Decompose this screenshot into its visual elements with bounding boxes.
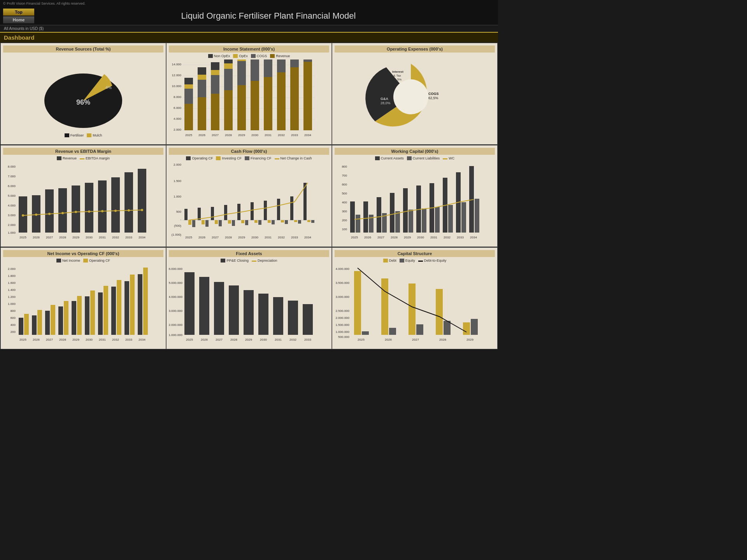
svg-rect-126 — [268, 220, 271, 223]
svg-rect-174 — [435, 207, 440, 233]
svg-rect-244 — [258, 294, 268, 335]
svg-rect-162 — [403, 188, 408, 233]
fixed-assets-panel: Fixed Assets PP&E Closing Depreciation 6… — [167, 248, 331, 349]
top-button[interactable]: Top — [3, 9, 34, 16]
svg-rect-20 — [184, 78, 193, 84]
svg-rect-158 — [350, 201, 355, 233]
operating-expenses-title: Operating Expenses (000's) — [335, 46, 495, 52]
svg-text:2026: 2026 — [201, 338, 208, 341]
svg-text:600: 600 — [11, 316, 16, 320]
svg-rect-115 — [251, 202, 254, 220]
svg-text:2033: 2033 — [457, 236, 464, 239]
fixed-assets-legend: PP&E Closing Depreciation — [169, 259, 329, 262]
currency-note: All Amounts in USD ($) — [0, 25, 498, 32]
svg-rect-177 — [475, 199, 479, 233]
svg-text:2033: 2033 — [125, 236, 132, 239]
svg-text:2031: 2031 — [265, 133, 272, 137]
svg-text:2026: 2026 — [33, 236, 40, 239]
svg-text:1.000.000: 1.000.000 — [335, 330, 349, 334]
svg-point-93 — [35, 214, 37, 216]
svg-rect-29 — [211, 70, 219, 75]
svg-text:8.000: 8.000 — [174, 95, 182, 99]
svg-rect-76 — [45, 189, 54, 233]
svg-text:2032: 2032 — [278, 133, 285, 137]
svg-rect-22 — [198, 97, 206, 130]
svg-rect-54 — [303, 60, 312, 62]
svg-text:-: - — [180, 218, 181, 221]
svg-text:2030: 2030 — [251, 133, 258, 137]
svg-text:4.000.000: 4.000.000 — [335, 267, 349, 271]
legend-mulch: Mulch — [87, 133, 102, 137]
svg-text:2026: 2026 — [198, 236, 205, 239]
svg-text:2026: 2026 — [385, 338, 392, 341]
svg-text:1.200: 1.200 — [8, 295, 16, 299]
svg-text:2025: 2025 — [351, 236, 358, 239]
svg-text:2028: 2028 — [59, 338, 66, 341]
working-capital-panel: Working Capital (000's) Current Assets C… — [332, 145, 497, 247]
svg-text:2026: 2026 — [198, 133, 205, 137]
svg-rect-204 — [45, 311, 50, 335]
svg-text:2.000.000: 2.000.000 — [169, 323, 183, 327]
svg-text:2.000: 2.000 — [8, 223, 16, 227]
svg-rect-214 — [90, 290, 95, 335]
svg-rect-210 — [72, 301, 76, 335]
revenue-ebitda-chart: 8.000 7.000 6.000 5.000 4.000 3.000 2.00… — [3, 162, 151, 240]
svg-text:2029: 2029 — [72, 236, 79, 239]
svg-rect-198 — [19, 318, 23, 335]
home-button[interactable]: Home — [3, 16, 34, 23]
income-statement-chart: 14.000 12.000 10.000 8.000 6.000 4.000 2… — [169, 60, 317, 137]
svg-rect-45 — [264, 60, 272, 77]
svg-rect-202 — [37, 310, 42, 335]
svg-text:1.500.000: 1.500.000 — [335, 323, 349, 327]
svg-rect-112 — [211, 207, 214, 220]
operating-expenses-panel: Operating Expenses (000's) COGS 62,5% G&… — [332, 43, 497, 144]
top-bar: © Profit Vision Financial Services. All … — [0, 0, 498, 7]
nav-buttons: Top Home — [3, 9, 34, 23]
svg-text:2029: 2029 — [466, 338, 473, 341]
svg-text:2025: 2025 — [19, 236, 26, 239]
svg-text:2029: 2029 — [245, 338, 252, 341]
capital-structure-chart: 4.000.000 3.500.000 3.000.000 2.500.000 … — [335, 264, 482, 342]
svg-text:2027: 2027 — [212, 236, 219, 239]
capital-structure-title: Capital Structure — [335, 250, 495, 257]
svg-text:4%: 4% — [105, 85, 112, 90]
svg-text:800: 800 — [11, 309, 16, 313]
svg-text:2.000.000: 2.000.000 — [335, 316, 349, 320]
svg-rect-37 — [237, 85, 246, 130]
svg-rect-117 — [277, 199, 280, 220]
svg-text:2025: 2025 — [19, 338, 26, 341]
svg-text:2034: 2034 — [470, 236, 477, 239]
svg-rect-223 — [130, 275, 135, 335]
svg-point-97 — [88, 210, 90, 213]
svg-rect-135 — [258, 220, 261, 225]
page-title: Liquid Organic Fertiliser Plant Financia… — [42, 11, 495, 21]
svg-rect-25 — [198, 67, 206, 75]
svg-text:2032: 2032 — [112, 338, 119, 341]
svg-text:3.000.000: 3.000.000 — [335, 295, 349, 299]
fixed-assets-chart: 6.000.000 5.000.000 4.000.000 3.000.000 … — [169, 264, 317, 342]
svg-rect-172 — [409, 210, 413, 233]
svg-text:1.600: 1.600 — [8, 281, 16, 285]
svg-text:2028: 2028 — [439, 338, 446, 341]
svg-text:9,5%: 9,5% — [395, 78, 402, 81]
svg-text:2033: 2033 — [291, 133, 298, 137]
svg-rect-113 — [224, 205, 227, 220]
svg-text:2034: 2034 — [139, 338, 146, 341]
svg-rect-47 — [277, 72, 286, 130]
svg-point-100 — [128, 209, 130, 212]
svg-rect-236 — [199, 277, 209, 335]
svg-point-56 — [393, 79, 428, 114]
cash-flow-title: Cash Flow (000's) — [169, 148, 329, 155]
svg-rect-250 — [303, 304, 313, 335]
svg-text:G&A: G&A — [381, 97, 389, 101]
svg-text:1.500: 1.500 — [174, 179, 182, 183]
svg-text:2025: 2025 — [358, 338, 365, 341]
svg-text:300: 300 — [342, 210, 347, 213]
cash-flow-panel: Cash Flow (000's) Operating CF Investing… — [167, 145, 331, 247]
svg-text:2031: 2031 — [99, 338, 106, 341]
svg-rect-120 — [188, 220, 191, 225]
svg-text:2030: 2030 — [251, 236, 258, 239]
svg-text:2026: 2026 — [33, 338, 40, 341]
svg-text:1.000: 1.000 — [174, 195, 182, 198]
revenue-sources-panel: Revenue Sources (Total %) 96% 4% Fertili… — [1, 43, 166, 144]
